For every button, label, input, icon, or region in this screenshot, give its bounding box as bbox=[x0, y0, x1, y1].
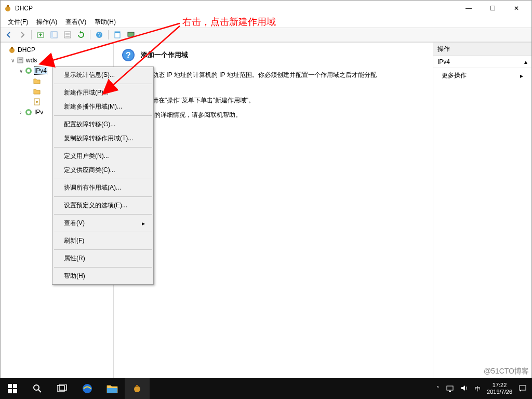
cm-new-scope[interactable]: 新建作用域(P)... bbox=[54, 86, 152, 100]
ipv6-icon bbox=[24, 108, 33, 116]
tree-label: DHCP bbox=[18, 46, 35, 54]
monitor-button[interactable] bbox=[125, 29, 137, 41]
svg-rect-13 bbox=[128, 32, 134, 36]
collapse-icon[interactable]: ▴ bbox=[524, 58, 527, 65]
actions-pane: 操作 IPv4 ▴ 更多操作 ▸ bbox=[433, 43, 531, 387]
twisty-icon[interactable]: › bbox=[17, 110, 24, 115]
watermark: @51CTO博客 bbox=[484, 367, 529, 376]
svg-line-35 bbox=[38, 390, 41, 392]
tray-notifications-icon[interactable] bbox=[518, 384, 527, 393]
cm-define-user-class[interactable]: 定义用户类(N)... bbox=[54, 149, 152, 163]
title-bar: DHCP — ☐ ✕ bbox=[1, 1, 531, 16]
svg-text:?: ? bbox=[98, 32, 101, 38]
minimize-button[interactable]: — bbox=[457, 1, 481, 16]
ie-button[interactable] bbox=[75, 378, 100, 399]
content-text: HCP 服务器的详细情况，请参阅联机帮助。 bbox=[121, 110, 425, 121]
svg-rect-4 bbox=[51, 32, 53, 38]
cm-copy-failover-scope[interactable]: 复制故障转移作用域(T)... bbox=[54, 131, 152, 145]
folder-icon bbox=[33, 87, 41, 96]
tree-label: IPv4 bbox=[34, 67, 47, 74]
explorer-button[interactable] bbox=[100, 378, 125, 399]
actions-context: IPv4 ▴ bbox=[433, 56, 531, 68]
back-button[interactable] bbox=[3, 29, 15, 41]
tray-ime[interactable]: 中 bbox=[475, 385, 481, 393]
tray-clock[interactable]: 17:22 2019/7/26 bbox=[487, 382, 512, 395]
server-icon bbox=[16, 56, 24, 64]
svg-rect-33 bbox=[13, 389, 17, 393]
up-button[interactable] bbox=[34, 29, 47, 41]
cm-help[interactable]: 帮助(H) bbox=[54, 269, 152, 283]
content-text: 新作用域，请在"操作"菜单下单击"新建作用域"。 bbox=[121, 95, 425, 107]
svg-point-24 bbox=[27, 111, 30, 114]
tree-server[interactable]: ∨ wds bbox=[1, 55, 113, 65]
cm-separator bbox=[54, 196, 152, 197]
toolbar: ? bbox=[1, 28, 531, 42]
menu-view[interactable]: 查看(V) bbox=[61, 17, 90, 28]
system-tray: ˄ 中 17:22 2019/7/26 bbox=[431, 382, 532, 395]
window-title: DHCP bbox=[15, 5, 33, 12]
toolbar-separator bbox=[108, 30, 109, 39]
maximize-button[interactable]: ☐ bbox=[481, 1, 504, 16]
svg-point-20 bbox=[27, 69, 30, 72]
tray-volume-icon[interactable] bbox=[460, 384, 469, 393]
svg-rect-12 bbox=[115, 32, 120, 33]
cm-new-multicast-scope[interactable]: 新建多播作用域(M)... bbox=[54, 100, 152, 114]
actions-more[interactable]: 更多操作 ▸ bbox=[433, 68, 531, 83]
tray-date: 2019/7/26 bbox=[487, 389, 512, 395]
toolbar-separator bbox=[31, 30, 32, 39]
properties-button[interactable] bbox=[61, 29, 74, 41]
show-tree-button[interactable] bbox=[48, 29, 60, 41]
options-icon bbox=[33, 98, 41, 106]
tree-label: wds bbox=[26, 57, 37, 64]
cm-refresh[interactable]: 刷新(F) bbox=[54, 234, 152, 248]
cm-separator bbox=[54, 147, 152, 148]
help-button[interactable]: ? bbox=[93, 29, 105, 41]
actions-context-label: IPv4 bbox=[437, 58, 450, 65]
tree-root-dhcp[interactable]: DHCP bbox=[1, 45, 113, 55]
window-controls: — ☐ ✕ bbox=[457, 1, 528, 16]
cm-set-predefined[interactable]: 设置预定义的选项(E)... bbox=[54, 198, 152, 212]
cm-view[interactable]: 查看(V)▸ bbox=[54, 216, 152, 230]
actions-header: 操作 bbox=[433, 43, 531, 56]
cm-separator bbox=[54, 267, 152, 268]
dhcp-task-button[interactable] bbox=[125, 378, 150, 399]
close-button[interactable]: ✕ bbox=[504, 1, 528, 16]
content-text: 分配给请求动态 IP 地址的计算机的 IP 地址范围。你必须创建并配置一个作用域… bbox=[121, 70, 425, 81]
svg-rect-44 bbox=[520, 385, 526, 390]
cm-reconcile-scopes[interactable]: 协调所有作用域(A)... bbox=[54, 181, 152, 195]
cm-separator bbox=[54, 115, 152, 116]
cm-define-vendor-class[interactable]: 定义供应商类(C)... bbox=[54, 163, 152, 177]
svg-rect-43 bbox=[449, 391, 451, 392]
chevron-right-icon: ▸ bbox=[520, 72, 523, 79]
twisty-icon[interactable]: ∨ bbox=[9, 58, 16, 63]
content-inner: ? 添加一个作用域 分配给请求动态 IP 地址的计算机的 IP 地址范围。你必须… bbox=[114, 43, 433, 387]
cm-config-failover[interactable]: 配置故障转移(G)... bbox=[54, 117, 152, 131]
svg-rect-39 bbox=[107, 388, 117, 393]
menu-file[interactable]: 文件(F) bbox=[4, 17, 32, 28]
svg-rect-42 bbox=[447, 386, 453, 390]
page-button[interactable] bbox=[111, 29, 124, 41]
context-menu: 显示统计信息(S)... 新建作用域(P)... 新建多播作用域(M)... 配… bbox=[52, 66, 154, 285]
content-pane: ? 添加一个作用域 分配给请求动态 IP 地址的计算机的 IP 地址范围。你必须… bbox=[114, 43, 433, 387]
forward-button[interactable] bbox=[16, 29, 29, 41]
cm-properties[interactable]: 属性(R) bbox=[54, 251, 152, 265]
tree-label: IPv bbox=[34, 109, 43, 116]
search-button[interactable] bbox=[25, 378, 50, 399]
taskview-button[interactable] bbox=[50, 378, 75, 399]
menu-help[interactable]: 帮助(H) bbox=[90, 17, 120, 28]
tray-chevron-up-icon[interactable]: ˄ bbox=[436, 385, 440, 392]
svg-rect-1 bbox=[7, 5, 9, 7]
svg-rect-14 bbox=[130, 37, 132, 38]
svg-rect-17 bbox=[18, 58, 23, 63]
dhcp-app-icon bbox=[4, 4, 12, 12]
cm-show-stats[interactable]: 显示统计信息(S)... bbox=[54, 68, 152, 82]
start-button[interactable] bbox=[0, 378, 25, 399]
tray-network-icon[interactable] bbox=[446, 384, 454, 393]
svg-rect-30 bbox=[8, 384, 12, 388]
info-icon: ? bbox=[121, 48, 136, 62]
refresh-button[interactable] bbox=[75, 29, 87, 41]
chevron-right-icon: ▸ bbox=[142, 220, 145, 227]
menu-bar: 文件(F) 操作(A) 查看(V) 帮助(H) 右击，点击新建作用域 bbox=[1, 16, 531, 28]
menu-action[interactable]: 操作(A) bbox=[32, 17, 61, 28]
twisty-icon[interactable]: ∨ bbox=[17, 68, 24, 74]
